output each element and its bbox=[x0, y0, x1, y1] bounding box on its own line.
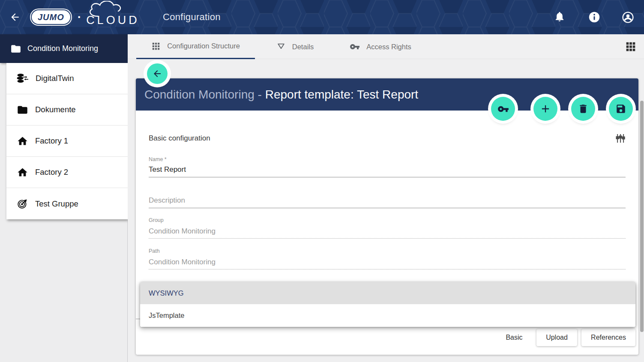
path-field-underline bbox=[149, 269, 626, 269]
tab-configuration-structure[interactable]: Configuration Structure bbox=[136, 34, 255, 59]
apps-grid-icon bbox=[625, 41, 636, 52]
save-fab[interactable] bbox=[609, 97, 633, 121]
upload-button[interactable]: Upload bbox=[536, 329, 577, 346]
cloud-icon bbox=[84, 1, 148, 18]
account-button[interactable] bbox=[622, 11, 634, 23]
info-button[interactable] bbox=[588, 11, 600, 23]
cloud-wordmark: CLOUD bbox=[86, 8, 140, 27]
template-type-dropdown: WYSIWYG JsTemplate bbox=[140, 282, 635, 327]
page-title: Configuration bbox=[163, 0, 221, 34]
dropdown-option-wysiwyg[interactable]: WYSIWYG bbox=[140, 282, 635, 304]
tab-bar: Configuration Structure Details Access R… bbox=[128, 34, 644, 59]
sidebar-item-label: Test Gruppe bbox=[35, 199, 78, 209]
name-field-underline bbox=[149, 177, 626, 177]
panel-title-prefix: Condition Monitoring - bbox=[144, 88, 265, 102]
jumo-brand: JUMO bbox=[32, 10, 70, 24]
panel-back-button[interactable] bbox=[147, 63, 168, 84]
name-field-label: Name * bbox=[149, 156, 167, 162]
sidebar-item-label: Dokumente bbox=[35, 105, 76, 114]
access-key-fab[interactable] bbox=[491, 97, 515, 121]
info-icon bbox=[588, 11, 600, 23]
basic-button[interactable]: Basic bbox=[497, 329, 531, 346]
sidebar-header-label: Condition Monitoring bbox=[27, 44, 98, 53]
panel-header: Condition Monitoring - Report template: … bbox=[136, 78, 638, 111]
tab-label: Details bbox=[292, 43, 314, 51]
sidebar-item-dokumente[interactable]: Dokumente bbox=[6, 94, 128, 126]
path-field-label: Path bbox=[149, 248, 160, 254]
digital-twin-icon bbox=[17, 73, 29, 84]
section-title: Basic configuration bbox=[149, 134, 210, 143]
description-field-underline bbox=[149, 208, 626, 208]
sliders-icon bbox=[614, 132, 626, 144]
home-icon bbox=[17, 135, 28, 147]
sidebar-item-test-gruppe[interactable]: Test Gruppe bbox=[6, 188, 128, 219]
grid-icon bbox=[151, 42, 161, 51]
logo-separator: · bbox=[78, 10, 81, 24]
sidebar-item-factory-2[interactable]: Factory 2 bbox=[6, 157, 128, 188]
sidebar-item-label: Factory 2 bbox=[35, 168, 68, 177]
add-fab[interactable] bbox=[533, 97, 557, 121]
select-underline-stub bbox=[136, 319, 140, 319]
back-icon[interactable] bbox=[9, 12, 21, 23]
account-icon bbox=[622, 11, 634, 24]
target-icon bbox=[17, 198, 28, 209]
delete-fab[interactable] bbox=[571, 97, 595, 121]
sidebar-item-label: DigitalTwin bbox=[36, 74, 74, 83]
description-input[interactable]: Description bbox=[149, 196, 185, 205]
references-button[interactable]: References bbox=[581, 329, 635, 346]
bell-icon bbox=[554, 11, 565, 22]
notifications-button[interactable] bbox=[554, 11, 566, 23]
folder-icon bbox=[17, 104, 28, 116]
sidebar-group-items: DigitalTwin Dokumente Factory 1 Factory … bbox=[6, 63, 128, 219]
sidebar-item-factory-1[interactable]: Factory 1 bbox=[6, 126, 128, 157]
dropdown-option-jstemplate[interactable]: JsTemplate bbox=[140, 304, 635, 327]
app-window: JUMO · CLOUD Configuration bbox=[0, 0, 644, 362]
funnel-icon bbox=[276, 42, 286, 51]
advanced-settings-button[interactable] bbox=[614, 132, 626, 144]
app-header: JUMO · CLOUD Configuration bbox=[0, 0, 644, 34]
panel-title: Report template: Test Report bbox=[265, 88, 418, 102]
plus-icon bbox=[539, 103, 551, 115]
tab-label: Access Rights bbox=[366, 43, 411, 51]
arrow-left-icon bbox=[152, 69, 162, 79]
home-icon bbox=[17, 167, 28, 178]
tab-details[interactable]: Details bbox=[255, 34, 335, 59]
name-input[interactable]: Test Report bbox=[149, 165, 186, 174]
group-field-value: Condition Monitoring bbox=[149, 227, 216, 236]
apps-grid-button[interactable] bbox=[625, 41, 636, 52]
save-icon bbox=[615, 103, 626, 114]
key-icon bbox=[350, 42, 360, 52]
jumo-cloud-logo: JUMO · CLOUD bbox=[32, 0, 140, 34]
path-field-value: Condition Monitoring bbox=[149, 258, 216, 266]
tab-label: Configuration Structure bbox=[167, 42, 240, 50]
group-field-label: Group bbox=[149, 217, 164, 223]
folder-icon bbox=[10, 43, 21, 54]
trash-icon bbox=[578, 103, 589, 114]
sidebar-item-digitaltwin[interactable]: DigitalTwin bbox=[6, 63, 128, 94]
tab-access-rights[interactable]: Access Rights bbox=[335, 34, 426, 59]
sidebar-item-label: Factory 1 bbox=[35, 136, 68, 146]
key-icon bbox=[497, 103, 509, 115]
vertical-scrollbar[interactable] bbox=[640, 101, 644, 332]
sidebar-header-condition-monitoring[interactable]: Condition Monitoring bbox=[0, 34, 128, 63]
group-field-underline bbox=[149, 238, 626, 239]
